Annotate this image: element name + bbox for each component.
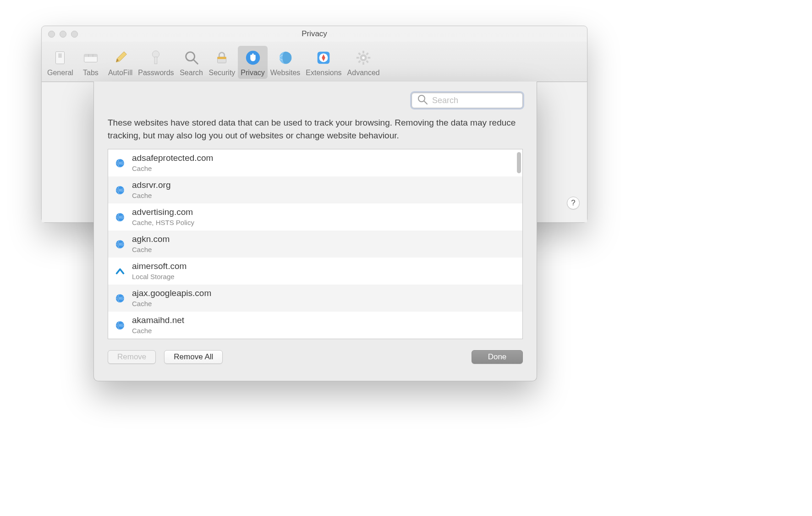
website-row[interactable]: adsafeprotected.comCache xyxy=(108,149,522,176)
globe-icon xyxy=(115,320,126,331)
svg-line-11 xyxy=(193,60,198,64)
preferences-toolbar: General Tabs AutoFill Passwords Search xyxy=(42,42,587,82)
close-window-button[interactable] xyxy=(48,31,55,38)
globe-icon xyxy=(115,293,126,304)
toolbar-label: Tabs xyxy=(83,69,99,77)
website-data-sheet: These websites have stored data that can… xyxy=(93,82,537,381)
switch-icon xyxy=(51,49,69,67)
toolbar-label: Passwords xyxy=(138,69,174,77)
svg-point-30 xyxy=(418,95,425,102)
svg-line-27 xyxy=(367,53,368,55)
window-title: Privacy xyxy=(42,29,587,38)
toolbar-label: General xyxy=(47,69,73,77)
website-detail: Cache xyxy=(132,300,211,308)
sheet-buttons: Remove Remove All Done xyxy=(108,350,523,364)
description-text: These websites have stored data that can… xyxy=(108,116,523,142)
done-button[interactable]: Done xyxy=(472,350,523,364)
magnifier-icon xyxy=(182,49,201,67)
globe-icon xyxy=(276,49,295,67)
tabs-icon xyxy=(82,49,100,67)
website-row[interactable]: aimersoft.comLocal Storage xyxy=(108,258,522,285)
toolbar-advanced[interactable]: Advanced xyxy=(345,46,383,79)
toolbar-label: Search xyxy=(180,69,203,77)
traffic-lights xyxy=(48,31,78,38)
lock-icon xyxy=(213,49,231,67)
website-row[interactable]: ajax.googleapis.comCache xyxy=(108,285,522,312)
hand-icon xyxy=(244,49,262,67)
toolbar-label: Advanced xyxy=(347,69,380,77)
website-row[interactable]: akamaihd.netCache xyxy=(108,312,522,339)
svg-line-25 xyxy=(359,53,361,55)
search-icon xyxy=(416,93,429,108)
minimize-window-button[interactable] xyxy=(60,31,66,38)
toolbar-search[interactable]: Search xyxy=(177,46,206,79)
website-detail: Cache, HSTS Policy xyxy=(132,219,194,227)
svg-rect-13 xyxy=(218,57,226,59)
zoom-window-button[interactable] xyxy=(71,31,78,38)
website-list[interactable]: adsafeprotected.comCacheadsrvr.orgCachea… xyxy=(108,149,523,339)
remove-all-button[interactable]: Remove All xyxy=(164,350,223,364)
website-domain: aimersoft.com xyxy=(132,261,187,272)
svg-line-26 xyxy=(367,61,368,63)
site-icon xyxy=(115,266,126,277)
globe-icon xyxy=(115,158,126,169)
globe-icon xyxy=(115,239,126,250)
toolbar-autofill[interactable]: AutoFill xyxy=(105,46,135,79)
svg-rect-3 xyxy=(84,54,98,57)
key-icon xyxy=(147,49,165,67)
website-domain: advertising.com xyxy=(132,207,194,218)
website-domain: adsafeprotected.com xyxy=(132,153,213,164)
svg-point-29 xyxy=(362,56,365,59)
search-input[interactable] xyxy=(432,96,519,105)
gear-icon xyxy=(354,49,373,67)
website-row[interactable]: adsrvr.orgCache xyxy=(108,176,522,203)
compass-icon xyxy=(314,49,333,67)
globe-icon xyxy=(115,185,126,196)
website-detail: Cache xyxy=(132,192,170,200)
website-detail: Local Storage xyxy=(132,273,187,281)
website-domain: agkn.com xyxy=(132,234,170,245)
titlebar: Privacy xyxy=(42,26,587,42)
svg-line-31 xyxy=(424,101,427,104)
svg-rect-1 xyxy=(59,54,62,58)
website-domain: ajax.googleapis.com xyxy=(132,288,211,299)
website-detail: Cache xyxy=(132,165,213,173)
globe-icon xyxy=(115,212,126,223)
toolbar-tabs[interactable]: Tabs xyxy=(76,46,105,79)
website-domain: akamaihd.net xyxy=(132,315,184,326)
svg-line-28 xyxy=(359,61,361,63)
search-field[interactable] xyxy=(411,93,523,108)
pencil-icon xyxy=(111,49,130,67)
toolbar-label: Extensions xyxy=(306,69,341,77)
toolbar-privacy[interactable]: Privacy xyxy=(238,46,267,79)
toolbar-websites[interactable]: Websites xyxy=(268,46,303,79)
toolbar-passwords[interactable]: Passwords xyxy=(135,46,176,79)
website-detail: Cache xyxy=(132,327,184,335)
toolbar-label: Security xyxy=(209,69,236,77)
toolbar-label: Privacy xyxy=(241,69,264,77)
website-row[interactable]: advertising.comCache, HSTS Policy xyxy=(108,203,522,231)
toolbar-label: Websites xyxy=(270,69,301,77)
website-domain: adsrvr.org xyxy=(132,180,170,191)
website-detail: Cache xyxy=(132,246,170,254)
remove-button[interactable]: Remove xyxy=(108,350,156,364)
toolbar-label: AutoFill xyxy=(108,69,132,77)
toolbar-extensions[interactable]: Extensions xyxy=(303,46,344,79)
website-row[interactable]: agkn.comCache xyxy=(108,231,522,258)
help-button[interactable]: ? xyxy=(567,197,580,209)
svg-rect-9 xyxy=(155,57,158,64)
scrollbar-thumb[interactable] xyxy=(517,152,521,173)
toolbar-general[interactable]: General xyxy=(44,46,76,79)
toolbar-security[interactable]: Security xyxy=(206,46,238,79)
